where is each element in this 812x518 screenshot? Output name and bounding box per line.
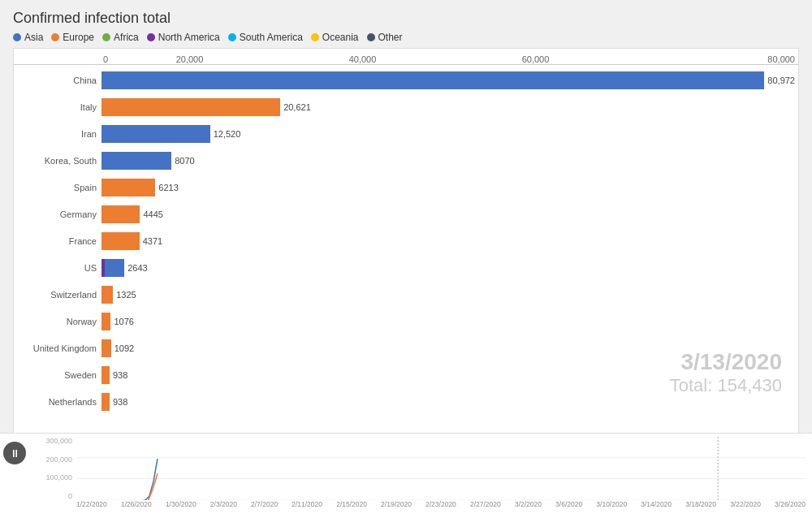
- tl-x-9: 2/23/2020: [425, 500, 456, 515]
- x-label-60k: 60,000: [449, 54, 622, 64]
- legend-label: Oceania: [322, 32, 359, 43]
- bar-wrapper: 20,621: [102, 98, 795, 116]
- tl-x-1: 1/22/2020: [76, 500, 107, 515]
- bar-value-label: 2643: [127, 263, 147, 273]
- bar-value-label: 4371: [143, 236, 162, 246]
- bar-fill: [102, 98, 280, 116]
- legend-label: Europe: [63, 32, 94, 43]
- bar-value-label: 1092: [114, 343, 134, 353]
- bar-country-label: Netherlands: [14, 397, 102, 407]
- bar-value-label: 938: [113, 397, 127, 407]
- legend-label: North America: [158, 32, 220, 43]
- bar-fill: [102, 393, 110, 411]
- tl-x-12: 3/6/2020: [555, 500, 582, 515]
- bar-value-label: 8070: [175, 156, 194, 166]
- bar-wrapper: 4371: [102, 232, 795, 250]
- bar-value-label: 80,972: [767, 76, 795, 85]
- bar-wrapper: 12,520: [102, 125, 795, 143]
- tl-x-16: 3/22/2020: [730, 500, 761, 515]
- legend-dot: [102, 33, 110, 41]
- legend-label: Asia: [24, 32, 43, 43]
- bar-country-label: US: [14, 263, 102, 273]
- legend-label: South America: [240, 32, 303, 43]
- bar-fill: [102, 179, 155, 196]
- timeline-section: ⏸ 300,000 200,000 100,000 0: [0, 433, 812, 518]
- bar-fill: [102, 71, 764, 89]
- tl-x-17: 3/26/2020: [775, 500, 806, 515]
- bar-row: Spain6213: [14, 174, 795, 201]
- legend-dot: [13, 33, 21, 41]
- bar-fill: [102, 339, 111, 357]
- timeline-svg: [76, 437, 806, 500]
- tl-x-4: 2/3/2020: [210, 500, 237, 515]
- timeline-y-0: 0: [32, 492, 72, 500]
- tl-x-3: 1/30/2020: [166, 500, 197, 515]
- legend-dot: [228, 33, 236, 41]
- pause-icon: ⏸: [10, 447, 20, 460]
- legend-label: Other: [378, 32, 403, 43]
- bar-fill: [102, 205, 140, 223]
- bar-value-label: 1325: [116, 290, 136, 300]
- tl-x-11: 3/2/2020: [515, 500, 542, 515]
- legend-item-north-america: North America: [147, 32, 220, 43]
- bar-country-label: Iran: [14, 129, 102, 139]
- bar-value-label: 6213: [158, 183, 178, 192]
- bar-country-label: United Kingdom: [14, 343, 102, 353]
- bar-wrapper: 938: [102, 393, 795, 411]
- tl-x-7: 2/15/2020: [336, 500, 367, 515]
- bar-country-label: Germany: [14, 209, 102, 219]
- legend-item-south-america: South America: [228, 32, 303, 43]
- tl-x-6: 2/11/2020: [292, 500, 322, 515]
- bar-fill: [102, 125, 210, 143]
- bar-country-label: Norway: [14, 317, 102, 326]
- bar-value-label: 12,520: [214, 129, 241, 139]
- bar-wrapper: 4445: [102, 205, 795, 223]
- bar-wrapper: 2643: [102, 259, 795, 277]
- bar-fill: [102, 152, 171, 170]
- bar-row: Norway1076: [14, 308, 795, 335]
- legend-item-asia: Asia: [13, 32, 43, 43]
- bar-wrapper: 938: [102, 366, 795, 384]
- bar-value-label: 4445: [143, 209, 162, 219]
- bar-row: Korea, South8070: [14, 147, 795, 174]
- tl-x-13: 3/10/2020: [596, 500, 627, 515]
- main-container: Confirmed infection total AsiaEuropeAfri…: [0, 0, 812, 518]
- x-label-20k: 20,000: [103, 54, 276, 64]
- tl-x-10: 2/27/2020: [470, 500, 501, 515]
- play-button[interactable]: ⏸: [3, 442, 26, 464]
- bar-value-label: 1076: [114, 317, 133, 326]
- bar-value-label: 938: [113, 370, 127, 380]
- bar-wrapper: 1076: [102, 313, 795, 330]
- legend-dot: [311, 33, 319, 41]
- bar-fill: [102, 313, 110, 330]
- legend: AsiaEuropeAfricaNorth AmericaSouth Ameri…: [13, 32, 799, 43]
- bar-country-label: Spain: [14, 183, 102, 192]
- timeline-y-300k: 300,000: [32, 437, 72, 445]
- tl-x-5: 2/7/2020: [251, 500, 278, 515]
- bar-value-label: 20,621: [283, 102, 311, 112]
- legend-label: Africa: [114, 32, 139, 43]
- bar-row: Sweden938: [14, 361, 795, 388]
- bar-country-label: China: [14, 76, 102, 85]
- bar-row: Netherlands938: [14, 388, 795, 415]
- bar-row: United Kingdom1092: [14, 335, 795, 361]
- bar-country-label: Switzerland: [14, 290, 102, 300]
- bar-row: France4371: [14, 227, 795, 254]
- chart-title: Confirmed infection total: [13, 10, 799, 27]
- bar-wrapper: 1092: [102, 339, 795, 357]
- bar-row: US2643: [14, 254, 795, 281]
- legend-dot: [367, 33, 375, 41]
- legend-item-other: Other: [367, 32, 403, 43]
- bar-fill: [102, 286, 113, 304]
- bar-row: Iran12,520: [14, 120, 795, 147]
- tl-x-2: 1/26/2020: [121, 500, 152, 515]
- x-label-80k: 80,000: [622, 54, 795, 64]
- bar-country-label: Sweden: [14, 370, 102, 380]
- bar-fill: [102, 366, 110, 384]
- bar-country-label: Italy: [14, 102, 102, 112]
- legend-dot: [147, 33, 155, 41]
- bar-row: Germany4445: [14, 201, 795, 227]
- bar-wrapper: 1325: [102, 286, 795, 304]
- timeline-y-200k: 200,000: [32, 455, 72, 464]
- x-label-40k: 40,000: [276, 54, 449, 64]
